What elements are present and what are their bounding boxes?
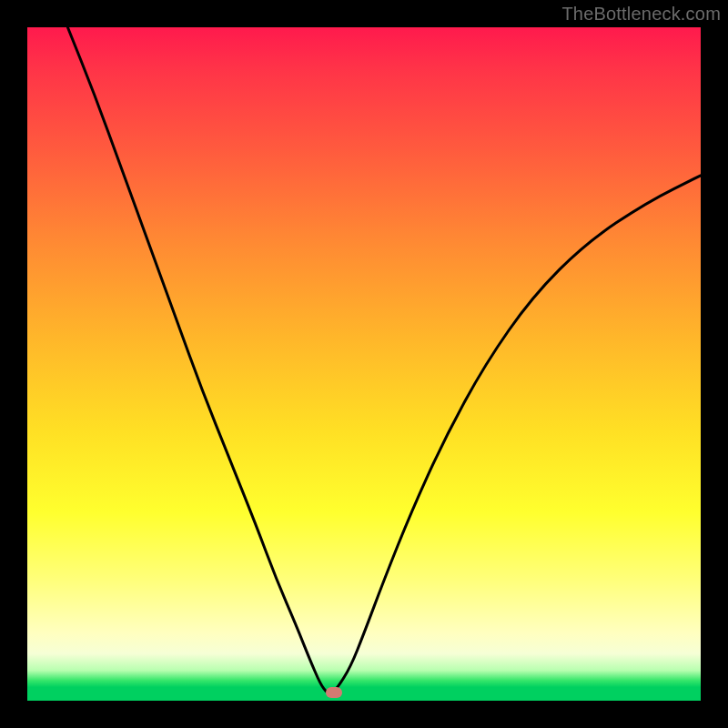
plot-area: [27, 27, 701, 701]
watermark-text: TheBottleneck.com: [561, 4, 721, 25]
optimum-marker: [326, 687, 342, 698]
chart-frame: TheBottleneck.com: [0, 0, 728, 728]
bottleneck-curve: [27, 27, 701, 701]
